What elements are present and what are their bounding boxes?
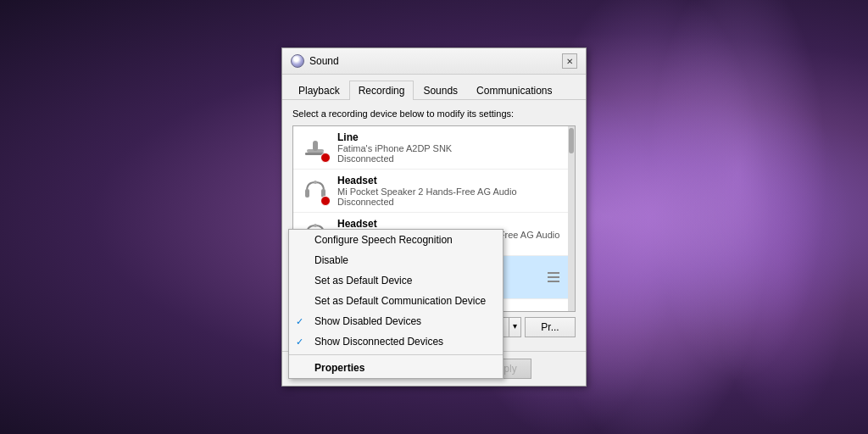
- menu-item-disable[interactable]: Disable: [289, 250, 503, 270]
- properties-button[interactable]: Pr...: [525, 317, 576, 337]
- svg-rect-3: [305, 189, 309, 198]
- device-info-line: Line Fatima's iPhone A2DP SNK Disconnect…: [337, 131, 561, 164]
- svg-point-5: [314, 181, 317, 184]
- menu-properties-label: Properties: [314, 362, 364, 374]
- device-name-headset1: Headset: [337, 175, 561, 186]
- title-bar: Sound ✕: [282, 48, 586, 75]
- status-dot-headset1: [320, 196, 331, 206]
- device-info-headset1: Headset Mi Pocket Speaker 2 Hands-Free A…: [337, 175, 561, 207]
- menu-separator: [289, 354, 503, 355]
- menu-set-default-comm-label: Set as Default Communication Device: [314, 295, 486, 307]
- menu-item-show-disconnected[interactable]: ✓ Show Disconnected Devices: [289, 331, 503, 352]
- scroll-lines: [548, 272, 559, 282]
- close-button[interactable]: ✕: [562, 53, 577, 69]
- device-status-line: Disconnected: [337, 153, 561, 164]
- tab-communications[interactable]: Communications: [467, 81, 561, 100]
- scrollbar[interactable]: [568, 126, 575, 311]
- device-status-headset1: Disconnected: [337, 197, 561, 207]
- sound-dialog-icon: [291, 54, 304, 68]
- device-item-line[interactable]: Line Fatima's iPhone A2DP SNK Disconnect…: [293, 126, 568, 170]
- device-icon-line-wrap: [300, 132, 331, 163]
- check-disconnected-icon: ✓: [296, 337, 303, 348]
- svg-point-8: [314, 224, 317, 227]
- scroll-thumb[interactable]: [569, 128, 574, 153]
- device-desc-line: Fatima's iPhone A2DP SNK: [337, 143, 561, 153]
- content-subtitle: Select a recording device below to modif…: [292, 108, 576, 119]
- status-dot-line: [320, 153, 331, 163]
- menu-show-disconnected-label: Show Disconnected Devices: [314, 336, 443, 348]
- title-bar-left: Sound: [291, 54, 339, 68]
- svg-rect-1: [313, 141, 318, 151]
- menu-item-properties[interactable]: Properties: [289, 358, 503, 378]
- menu-set-default-label: Set as Default Device: [314, 275, 412, 287]
- menu-item-set-default-comm[interactable]: Set as Default Communication Device: [289, 291, 503, 311]
- menu-item-configure-speech[interactable]: Configure Speech Recognition: [289, 230, 503, 250]
- device-icon-headset1-wrap: [300, 175, 331, 206]
- menu-disable-label: Disable: [314, 254, 348, 266]
- tab-recording[interactable]: Recording: [349, 81, 415, 100]
- dialog-title: Sound: [309, 55, 339, 67]
- dialog-overlay: Sound ✕ Playback Recording Sounds Commun…: [0, 0, 868, 434]
- device-desc-headset1: Mi Pocket Speaker 2 Hands-Free AG Audio: [337, 186, 561, 197]
- context-menu: Configure Speech Recognition Disable Set…: [288, 229, 504, 379]
- check-disabled-icon: ✓: [296, 316, 303, 327]
- set-default-arrow[interactable]: ▾: [509, 317, 521, 337]
- device-name-headset2: Headset: [337, 218, 561, 230]
- menu-item-set-default[interactable]: Set as Default Device: [289, 270, 503, 291]
- tab-sounds[interactable]: Sounds: [414, 81, 467, 100]
- device-name-line: Line: [337, 131, 561, 143]
- device-item-headset1[interactable]: Headset Mi Pocket Speaker 2 Hands-Free A…: [293, 170, 568, 213]
- menu-item-show-disabled[interactable]: ✓ Show Disabled Devices: [289, 311, 503, 331]
- menu-show-disabled-label: Show Disabled Devices: [314, 315, 421, 327]
- tab-bar: Playback Recording Sounds Communications: [282, 75, 586, 100]
- tab-playback[interactable]: Playback: [289, 81, 349, 100]
- menu-configure-speech-label: Configure Speech Recognition: [314, 234, 453, 246]
